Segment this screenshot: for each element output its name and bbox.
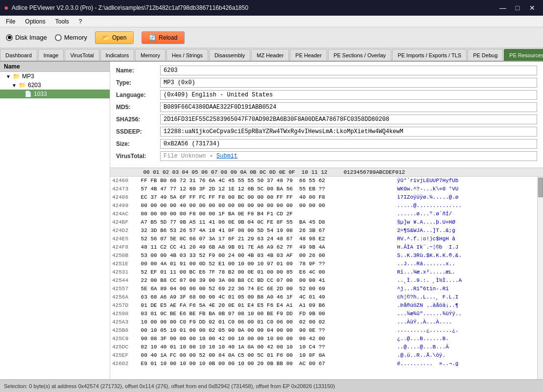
scrollbar-thumb[interactable] — [538, 178, 543, 197]
hex-row[interactable]: 424F8 48 11 C2 CC 41 20 49 6B A8 9B 01 7… — [110, 243, 543, 252]
tree-label-6203: 6203 — [28, 82, 41, 89]
submit-link[interactable]: Submit — [216, 153, 237, 160]
hex-row[interactable]: 424E5 52 56 07 5E 0C 66 07 3A 17 6F 21 2… — [110, 235, 543, 243]
hex-rows-container: 42460 FF FB B0 60 72 31 76 6A 4C 45 55 5… — [110, 177, 543, 368]
tab-hex-strings[interactable]: Hex / Strings — [166, 49, 208, 61]
hex-row[interactable]: 4257D 01 DE E5 AE FA F6 5A 4E 20 0E 01 E… — [110, 301, 543, 310]
hex-scrollbar[interactable] — [537, 177, 543, 379]
hex-ascii: ¿..@...B......B. — [397, 335, 449, 343]
main-layout: Name ▼ 📁 MP3 ▼ 📁 6203 📄 1033 Name: 6203 … — [0, 62, 543, 379]
hex-row[interactable]: 4251E 00 00 4A 01 91 00 0D 52 E1 00 10 0… — [110, 260, 543, 268]
hex-address: 42460 — [112, 177, 138, 185]
hex-row[interactable]: 42590 03 01 0C BE E6 BE FB BA 0B 97 08 1… — [110, 310, 543, 318]
hex-row[interactable]: 42499 00 00 00 00 40 00 00 00 00 00 00 0… — [110, 202, 543, 210]
menu-options[interactable]: Options — [21, 17, 49, 26]
memory-radio-label[interactable]: Memory — [55, 34, 87, 41]
hex-row[interactable]: 4256A 63 68 A6 A9 3F 68 00 00 4C 01 05 0… — [110, 293, 543, 301]
tab-pe-imports[interactable]: PE Imports / Exports / TLS — [392, 49, 467, 61]
language-row: Language: (0x409) English - United State… — [116, 90, 537, 100]
hex-row[interactable]: 424AC 00 00 00 00 00 F8 00 00 1F BA 0E F… — [110, 210, 543, 218]
titlebar-controls: — □ ✕ — [496, 2, 539, 13]
hex-row[interactable]: 42557 5E 6A 89 04 00 00 00 52 69 22 36 7… — [110, 285, 543, 293]
open-button[interactable]: 📂 Open — [95, 31, 134, 44]
tree-item-1033[interactable]: 📄 1033 — [0, 90, 110, 98]
menu-file[interactable]: File — [2, 17, 19, 26]
hex-row[interactable]: 425B6 00 10 05 10 01 00 00 02 05 90 0A 0… — [110, 326, 543, 335]
tab-mz-header[interactable]: MZ Header — [251, 49, 289, 61]
sha256-value: 2D16FD31EF55C2583965047F70AD902BA6B30F8A… — [160, 115, 537, 124]
hex-bytes: 22 00 B8 CC 07 00 39 00 3A 00 B8 CC BD C… — [138, 277, 397, 285]
hex-bytes: 48 11 C2 CC 41 20 49 6B A8 9B 01 7E A6 A… — [138, 243, 397, 252]
tab-memory[interactable]: Memory — [135, 49, 165, 61]
hex-ascii: ..¸Ì..9.:. ¸Ì½Ì....A — [397, 277, 462, 285]
type-value: MP3 (0x0) — [160, 78, 537, 88]
tree-label-1033: 1033 — [34, 91, 47, 97]
tab-pe-sections[interactable]: PE Sections / Overlay — [328, 49, 391, 61]
hex-row[interactable]: 425DC 02 10 40 01 10 00 10 10 10 40 1A 0… — [110, 343, 543, 351]
hex-bytes: 00 10 05 10 01 00 00 02 05 90 0A 00 00 0… — [138, 326, 397, 335]
hex-row[interactable]: 425EF 00 40 1A FC 00 00 52 00 84 0A C5 0… — [110, 351, 543, 360]
hex-row[interactable]: 42460 FF FB B0 60 72 31 76 6A 4C 45 55 5… — [110, 177, 543, 185]
language-label: Language: — [116, 92, 160, 98]
reload-button[interactable]: 🔄 Reload — [142, 31, 185, 44]
hex-row[interactable]: 42602 E9 01 10 00 10 00 10 0B 00 00 10 0… — [110, 360, 543, 368]
hex-ascii: .@.ü..R..Å.\öÿ. — [397, 351, 446, 360]
tab-pe-header[interactable]: PE Header — [290, 49, 327, 61]
minimize-button[interactable]: — — [496, 2, 510, 13]
reload-label: Reload — [159, 34, 177, 41]
tree-item-6203[interactable]: ▼ 📁 6203 — [0, 81, 110, 90]
hex-row[interactable]: 42473 57 4B 47 77 12 80 3F 2D 12 1E 12 6… — [110, 185, 543, 193]
hex-ascii: S..K.3Rù.$K.K.K.®.&. — [397, 252, 462, 260]
tab-dashboard[interactable]: Dashboard — [0, 49, 37, 61]
folder-icon-mp3: 📁 — [13, 73, 20, 80]
hex-address: 425B6 — [112, 326, 138, 335]
hex-bytes: 03 01 0C BE E6 BE FB BA 0B 97 08 10 00 B… — [138, 310, 397, 318]
hex-address: 425EF — [112, 351, 138, 360]
hex-row[interactable]: 42486 EC 37 49 5A 6F FF FC FF F8 00 BC 0… — [110, 193, 543, 202]
tab-indicators[interactable]: Indicators — [100, 49, 135, 61]
ssdeep-value: 12288:uaN1jkoCeCpva9ciE5pRBaYZRw4TWxRg4v… — [160, 127, 537, 137]
hex-address: 4250B — [112, 252, 138, 260]
tab-disassembly[interactable]: Disassembly — [209, 49, 250, 61]
menu-tools[interactable]: Tools — [51, 17, 73, 26]
hex-ascii: ^j...Ri"6tìn-.Ri — [397, 285, 449, 293]
hex-bytes: EC 37 49 5A 6F FF FC FF F8 00 BC 00 00 0… — [138, 193, 397, 202]
hex-row[interactable]: 42531 52 EF 01 11 00 BC E6 7F 78 B2 00 0… — [110, 268, 543, 277]
tree-expand-mp3: ▼ — [6, 74, 11, 79]
maximize-button[interactable]: □ — [511, 2, 524, 13]
hex-row[interactable]: 425C9 90 08 3F 00 00 00 10 00 42 00 10 0… — [110, 335, 543, 343]
virustotal-separator: - — [210, 153, 216, 160]
hex-ascii: RV.^.f.:o!)c$HgH â — [397, 235, 455, 243]
disk-image-radio[interactable] — [6, 34, 13, 41]
hex-row[interactable]: 424BF A7 B5 5D 77 9B A5 11 41 06 0E 9B 0… — [110, 218, 543, 227]
disk-image-label: Disk Image — [15, 34, 47, 41]
hex-bytes: E9 01 10 00 10 00 10 0B 00 00 10 00 20 0… — [138, 360, 397, 368]
hex-ascii: é.......... »..¬.g — [397, 360, 458, 368]
hex-body[interactable]: 42460 FF FB B0 60 72 31 76 6A 4C 45 55 5… — [110, 177, 543, 379]
tab-pe-debug[interactable]: PE Debug — [468, 49, 503, 61]
hex-address: 42531 — [112, 268, 138, 277]
tree-item-mp3[interactable]: ▼ 📁 MP3 — [0, 72, 110, 81]
close-button[interactable]: ✕ — [525, 2, 539, 13]
tab-pe-resources[interactable]: PE Resources — [504, 49, 543, 61]
hex-row[interactable]: 4250B 53 00 00 4B 03 33 52 F9 00 24 00 4… — [110, 252, 543, 260]
name-row: Name: 6203 — [116, 66, 537, 75]
tab-image[interactable]: Image — [38, 49, 64, 61]
hex-row[interactable]: 424D2 32 3D B6 53 26 57 4A 18 41 0F 08 0… — [110, 227, 543, 235]
disk-image-radio-label[interactable]: Disk Image — [6, 34, 47, 41]
size-value: 0xB2A56 (731734) — [160, 139, 537, 149]
hex-bytes: A7 B5 5D 77 9B A5 11 41 06 0E 9B 04 0C F… — [138, 218, 397, 227]
hex-ascii: ...ÀùÝ..À...À.... — [397, 318, 452, 326]
hex-row[interactable]: 425A3 10 00 00 00 C0 F9 DD 02 01 C0 06 0… — [110, 318, 543, 326]
hex-ascii: H.ÂÌA Ik¨.~¦©b I.J — [397, 243, 458, 252]
tab-virustotal[interactable]: VirusTotal — [65, 49, 99, 61]
hex-bytes: 63 68 A6 A9 3F 68 00 00 4C 01 05 00 B8 A… — [138, 293, 397, 301]
hex-bytes: 53 00 00 4B 03 33 52 F9 00 24 00 4B 03 4… — [138, 252, 397, 260]
hex-ascii: ..J...Rá.......x.. — [397, 260, 455, 268]
virustotal-label: VirusTotal: — [116, 153, 160, 160]
memory-radio[interactable] — [55, 34, 62, 41]
content-area: Name: 6203 Type: MP3 (0x0) Language: (0x… — [110, 62, 543, 379]
hex-row[interactable]: 42544 22 00 B8 CC 07 00 39 00 3A 00 B8 C… — [110, 277, 543, 285]
hex-ascii: .....@.............. — [397, 202, 462, 210]
menu-help[interactable]: ? — [75, 17, 86, 26]
